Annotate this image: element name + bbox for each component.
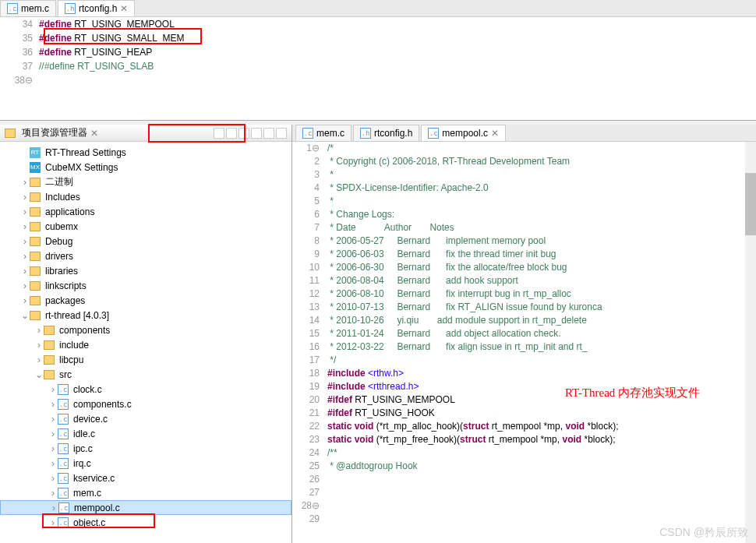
maximize-icon[interactable] — [276, 128, 287, 139]
tree-item[interactable]: ›applications — [0, 204, 291, 219]
c-file-icon: .c — [58, 488, 69, 499]
tree-item-label: include — [58, 340, 89, 351]
tree-item[interactable]: ›.ckservice.c — [0, 471, 291, 485]
tab-rtconfig-h[interactable]: .h rtconfig.h ✕ — [58, 0, 135, 16]
c-file-icon: .c — [58, 399, 69, 410]
folder-icon — [30, 281, 41, 291]
tree-item[interactable]: ›.cirq.c — [0, 456, 291, 471]
twisty-icon[interactable]: › — [48, 414, 58, 425]
tree-item[interactable]: ›.cdevice.c — [0, 411, 291, 426]
c-file-icon: .c — [58, 428, 69, 439]
c-file-icon: .c — [58, 443, 69, 454]
tree-item[interactable]: ›Includes — [0, 189, 291, 204]
project-explorer-title: 项目资源管理器 — [22, 126, 87, 139]
tree-item[interactable]: ›include — [0, 337, 291, 352]
c-file-icon: .c — [302, 128, 313, 139]
tree-item[interactable]: ›drivers — [0, 249, 291, 263]
folder-icon — [30, 311, 41, 320]
tree-item-label: src — [58, 369, 72, 380]
tab-label: mempool.c — [442, 128, 488, 139]
main-code-area[interactable]: 1⊖23456789101112131415161718192021222324… — [292, 142, 756, 543]
twisty-icon[interactable]: › — [20, 236, 30, 247]
tree-item[interactable]: ›packages — [0, 293, 291, 308]
twisty-icon[interactable]: › — [48, 473, 58, 484]
tree-item[interactable]: ›linkscripts — [0, 278, 291, 293]
folder-icon — [30, 237, 41, 246]
twisty-icon[interactable]: ⌄ — [34, 369, 44, 380]
tree-item-label: drivers — [44, 251, 73, 262]
rt-settings-icon: RT — [30, 147, 41, 158]
close-icon[interactable]: ✕ — [491, 128, 499, 139]
tree-item-label: mem.c — [72, 488, 101, 499]
tree-item[interactable]: ›Debug — [0, 234, 291, 249]
twisty-icon[interactable]: › — [48, 458, 58, 469]
twisty-icon[interactable]: › — [48, 488, 58, 499]
main-gutter: 1⊖23456789101112131415161718192021222324… — [292, 142, 327, 543]
twisty-icon[interactable]: › — [20, 251, 30, 262]
c-file-icon: .c — [428, 128, 439, 139]
tree-item[interactable]: ›.cidle.c — [0, 426, 291, 441]
tree-item[interactable]: ›components — [0, 323, 291, 337]
twisty-icon[interactable]: › — [20, 206, 30, 217]
main-code-lines[interactable]: /* * Copyright (c) 2006-2018, RT-Thread … — [327, 142, 756, 543]
lower-split: 项目资源管理器 ✕ RTRT-Thread SettingsMXCubeMX S… — [0, 125, 756, 543]
tree-item-label: linkscripts — [44, 280, 87, 291]
tree-item-label: Debug — [44, 236, 72, 247]
twisty-icon[interactable]: › — [20, 221, 30, 232]
tree-item[interactable]: ›libraries — [0, 263, 291, 278]
twisty-icon[interactable]: › — [48, 428, 58, 439]
tree-item[interactable]: ⌄src — [0, 367, 291, 382]
twisty-icon[interactable]: › — [34, 354, 44, 365]
twisty-icon[interactable]: › — [49, 502, 58, 513]
folder-icon — [30, 178, 41, 187]
tree-item-label: device.c — [72, 414, 108, 425]
annotation-box-tab — [148, 124, 246, 143]
tree-item[interactable]: ›.cipc.c — [0, 441, 291, 456]
tree-item-label: rt-thread [4.0.3] — [44, 310, 109, 321]
tree-item-label: kservice.c — [72, 473, 115, 484]
c-file-icon: .c — [58, 458, 69, 469]
project-explorer-panel: 项目资源管理器 ✕ RTRT-Thread SettingsMXCubeMX S… — [0, 125, 292, 543]
tree-item[interactable]: ›.ccomponents.c — [0, 397, 291, 411]
twisty-icon[interactable]: › — [20, 280, 30, 291]
tree-item[interactable]: ›libcpu — [0, 352, 291, 367]
main-tabstrip: .c mem.c .h rtconfig.h .c mempool.c ✕ — [292, 125, 756, 142]
twisty-icon[interactable]: › — [48, 443, 58, 454]
cubemx-icon: MX — [30, 162, 41, 173]
tree-item-label: clock.c — [72, 384, 102, 395]
folder-icon — [44, 326, 55, 335]
c-file-icon: .c — [58, 414, 69, 425]
project-tree[interactable]: RTRT-Thread SettingsMXCubeMX Settings›二进… — [0, 142, 291, 543]
twisty-icon[interactable]: › — [34, 340, 44, 351]
tree-item[interactable]: ›cubemx — [0, 219, 291, 234]
watermark: CSDN @矜辰所致 — [659, 526, 748, 540]
tab-mem-c[interactable]: .c mem.c — [0, 0, 56, 16]
tree-item[interactable]: ›二进制 — [0, 175, 291, 189]
close-icon[interactable]: ✕ — [90, 128, 98, 139]
twisty-icon[interactable]: › — [20, 295, 30, 306]
tab-mempool-c-main[interactable]: .c mempool.c ✕ — [421, 125, 506, 141]
tree-item[interactable]: ⌄rt-thread [4.0.3] — [0, 308, 291, 323]
twisty-icon[interactable]: › — [20, 192, 30, 203]
tab-rtconfig-h-main[interactable]: .h rtconfig.h — [353, 125, 419, 141]
folder-icon — [44, 340, 55, 350]
twisty-icon[interactable]: › — [48, 384, 58, 395]
twisty-icon[interactable]: › — [20, 266, 30, 277]
twisty-icon[interactable]: ⌄ — [20, 310, 30, 321]
tab-mem-c-main[interactable]: .c mem.c — [295, 125, 352, 141]
tree-item[interactable]: ›.cmem.c — [0, 485, 291, 500]
folder-icon — [44, 370, 55, 379]
menu-icon[interactable] — [251, 128, 262, 139]
minimize-icon[interactable] — [263, 128, 274, 139]
tree-item[interactable]: RTRT-Thread Settings — [0, 145, 291, 160]
tree-item[interactable]: MXCubeMX Settings — [0, 160, 291, 175]
close-icon[interactable]: ✕ — [120, 3, 128, 14]
annotation-text: RT-Thread 内存池实现文件 — [565, 386, 700, 400]
twisty-icon[interactable]: › — [34, 325, 44, 336]
twisty-icon[interactable]: › — [20, 177, 30, 188]
tree-item-label: CubeMX Settings — [44, 162, 118, 173]
folder-icon — [30, 252, 41, 261]
top-gutter: 34 35 36 37 38⊖ — [0, 17, 39, 87]
twisty-icon[interactable]: › — [48, 399, 58, 410]
tree-item[interactable]: ›.cclock.c — [0, 382, 291, 397]
